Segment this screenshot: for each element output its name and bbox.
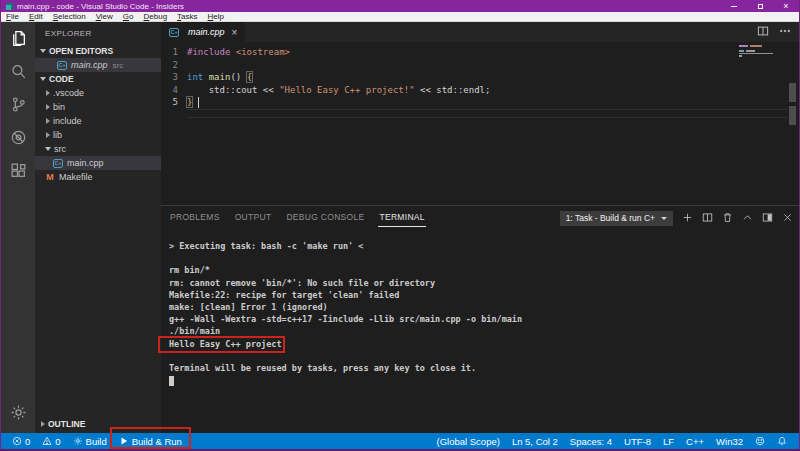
line-number: 2 <box>161 59 187 72</box>
open-editor-item-main.cpp[interactable]: C+main.cppsrc <box>35 58 161 72</box>
status-spaces-4[interactable]: Spaces: 4 <box>564 433 618 449</box>
maximize-button[interactable] <box>747 0 773 12</box>
manage-icon[interactable] <box>1 396 35 429</box>
new-terminal-icon[interactable] <box>682 209 693 227</box>
status-smiley[interactable] <box>749 433 771 449</box>
menu-go[interactable]: Go <box>118 12 139 21</box>
terminal-output[interactable]: > Executing task: bash -c 'make run' < r… <box>169 240 789 429</box>
explorer-icon[interactable] <box>1 22 35 55</box>
status-text: C++ <box>686 436 704 447</box>
tab-close-icon[interactable]: × <box>232 27 238 38</box>
extensions-icon[interactable] <box>1 154 35 187</box>
code-text: #include <iostream> <box>187 46 290 59</box>
menu-file[interactable]: File <box>1 12 24 21</box>
cpp-file-icon: C+ <box>57 61 67 70</box>
status-build[interactable]: Build <box>67 433 113 449</box>
tree-item-lib[interactable]: lib <box>35 128 161 142</box>
panel-tab-terminal[interactable]: TERMINAL <box>378 208 425 227</box>
status-ln-5-col-2[interactable]: Ln 5, Col 2 <box>506 433 564 449</box>
code-text: int main() { <box>187 71 252 84</box>
editor-group: C+ main.cpp × 1#include <iostream>23int … <box>161 22 799 433</box>
source-control-icon[interactable] <box>1 88 35 121</box>
status-win32[interactable]: Win32 <box>710 433 749 449</box>
menu-tasks[interactable]: Tasks <box>172 12 202 21</box>
sidebar-title: EXPLORER <box>35 22 161 44</box>
vscode-insiders-logo-icon <box>6 3 13 10</box>
terminal-line: Hello Easy C++ project! <box>169 338 789 350</box>
menu-help[interactable]: Help <box>203 12 229 21</box>
chevron-collapsed-icon <box>41 421 45 427</box>
tree-item-main.cpp[interactable]: C+main.cpp <box>35 156 161 170</box>
maximize-icon <box>758 4 763 9</box>
split-editor-icon[interactable] <box>757 23 769 41</box>
code-line-5: 5} <box>161 96 799 109</box>
more-actions-icon[interactable] <box>779 23 791 41</box>
file-name: main.cpp <box>67 158 104 168</box>
chevron-collapsed-icon <box>46 132 50 138</box>
code-text: } <box>187 96 192 109</box>
terminal-line: Terminal will be reused by tasks, press … <box>169 362 789 374</box>
maximize-panel-icon[interactable] <box>742 209 753 227</box>
text-cursor <box>198 97 199 108</box>
close-button[interactable]: × <box>773 0 799 12</box>
status-text: UTF-8 <box>624 436 651 447</box>
folder-name: bin <box>53 102 65 112</box>
panel-tab-output[interactable]: OUTPUT <box>234 208 273 226</box>
minimap[interactable] <box>739 45 781 58</box>
chevron-expanded-icon <box>40 77 46 81</box>
status-text: (Global Scope) <box>437 436 500 447</box>
scrollbar-thumb[interactable] <box>789 106 796 125</box>
code-section-header[interactable]: CODE <box>35 72 161 86</box>
status-text: LF <box>663 436 674 447</box>
menu-bar: FileEditSelectionViewGoDebugTasksHelp <box>1 12 799 22</box>
error-circle-icon <box>12 436 22 446</box>
terminal-picker[interactable]: 1: Task - Build & run C+ <box>560 211 673 226</box>
menu-edit[interactable]: Edit <box>24 12 48 21</box>
panel-tab-debug-console[interactable]: DEBUG CONSOLE <box>285 208 365 226</box>
line-number: 4 <box>161 84 187 97</box>
tree-item-include[interactable]: include <box>35 114 161 128</box>
minimize-button[interactable] <box>721 0 747 12</box>
close-panel-icon[interactable] <box>782 209 793 227</box>
status-c[interactable]: C++ <box>680 433 710 449</box>
split-terminal-icon[interactable] <box>702 209 713 227</box>
status-bell[interactable] <box>771 433 793 449</box>
status-0[interactable]: 0 <box>36 433 66 449</box>
terminal-line: Makefile:22: recipe for target 'clean' f… <box>169 289 789 301</box>
code-editor[interactable]: 1#include <iostream>23int main() {4 std:… <box>161 42 799 205</box>
status-text: Build <box>86 436 107 447</box>
status-global-scope[interactable]: (Global Scope) <box>431 433 506 449</box>
tree-item-Makefile[interactable]: MMakefile <box>35 170 161 184</box>
toggle-panel-position-icon[interactable] <box>762 209 773 227</box>
tree-item-bin[interactable]: bin <box>35 100 161 114</box>
menu-debug[interactable]: Debug <box>139 12 173 21</box>
gear-icon <box>73 436 83 446</box>
status-text: Ln 5, Col 2 <box>512 436 558 447</box>
current-line-border-top <box>187 117 787 118</box>
open-editors-section-header[interactable]: OPEN EDITORS <box>35 44 161 58</box>
window-title: main.cpp - code - Visual Studio Code - I… <box>17 2 184 11</box>
status-build-run[interactable]: Build & Run <box>113 433 188 449</box>
code-line-2: 2 <box>161 59 799 72</box>
file-name: Makefile <box>59 172 93 182</box>
panel-tab-problems[interactable]: PROBLEMS <box>169 208 221 226</box>
menu-selection[interactable]: Selection <box>48 12 91 21</box>
line-number: 1 <box>161 46 187 59</box>
debug-icon[interactable] <box>1 121 35 154</box>
search-icon[interactable] <box>1 55 35 88</box>
tree-item-.vscode[interactable]: .vscode <box>35 86 161 100</box>
cpp-file-icon: C+ <box>169 28 179 37</box>
code-folder-label: CODE <box>49 74 74 84</box>
status-lf[interactable]: LF <box>657 433 680 449</box>
tree-item-src[interactable]: src <box>35 142 161 156</box>
status-utf-8[interactable]: UTF-8 <box>618 433 657 449</box>
scrollbar-thumb[interactable] <box>789 83 796 102</box>
folder-name: include <box>53 116 82 126</box>
kill-terminal-icon[interactable] <box>722 209 733 227</box>
tab-main-cpp[interactable]: C+ main.cpp × <box>161 22 245 42</box>
status-0[interactable]: 0 <box>6 433 36 449</box>
annotation-box-terminal <box>158 336 285 353</box>
menu-view[interactable]: View <box>91 12 118 21</box>
explorer-sidebar: EXPLORER OPEN EDITORS C+main.cppsrc CODE… <box>35 22 161 433</box>
chevron-collapsed-icon <box>46 104 50 110</box>
